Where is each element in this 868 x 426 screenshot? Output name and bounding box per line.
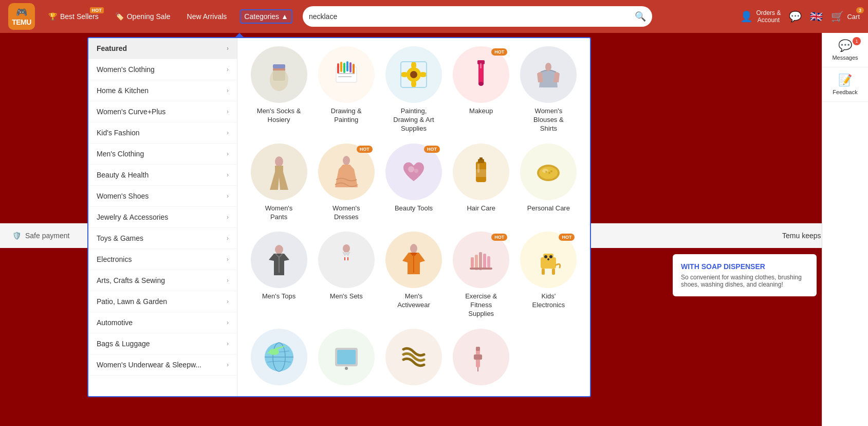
chevron-icon: ›	[227, 277, 229, 284]
svg-point-39	[548, 172, 550, 174]
search-bar: 🔍	[303, 6, 652, 27]
svg-rect-69	[474, 354, 482, 360]
search-input[interactable]	[309, 12, 635, 21]
product-label: Hair Care	[467, 204, 495, 213]
messages-sidebar-item[interactable]: 💬 1 Messages	[822, 33, 868, 67]
product-item-men-sets[interactable]: Men's Sets	[315, 232, 377, 318]
search-button[interactable]: 🔍	[635, 11, 646, 22]
svg-rect-50	[479, 252, 482, 270]
product-image-wrapper: HOT	[520, 232, 577, 288]
product-image-wrapper	[385, 232, 442, 288]
opening-sale-nav[interactable]: 🏷️ Opening Sale	[112, 10, 174, 23]
beauty-tools-icon	[393, 151, 434, 192]
product-circle	[318, 232, 375, 288]
cart-nav[interactable]: 🛒 3 Cart	[831, 10, 860, 23]
svg-point-67	[345, 367, 348, 370]
messages-count-badge: 1	[853, 37, 861, 45]
product-item-makeup[interactable]: HOT Makeup	[450, 46, 512, 133]
product-item-bottom4[interactable]	[450, 329, 512, 389]
sidebar-item-electronics[interactable]: Electronics ›	[88, 249, 237, 270]
sidebar-item-mens-clothing[interactable]: Men's Clothing ›	[88, 144, 237, 165]
cart-count-badge: 3	[856, 7, 864, 13]
activewear-icon	[393, 239, 434, 280]
hot-product-badge: HOT	[491, 48, 507, 56]
orders-account-nav[interactable]: 👤 Orders &Account	[740, 9, 781, 24]
bottom3-icon	[393, 336, 434, 378]
product-circle	[318, 46, 375, 103]
sidebar-item-home-kitchen[interactable]: Home & Kitchen ›	[88, 80, 237, 101]
sidebar-item-patio[interactable]: Patio, Lawn & Garden ›	[88, 291, 237, 312]
product-image-wrapper: HOT	[453, 46, 509, 103]
chevron-icon: ›	[227, 214, 229, 221]
sidebar-item-womens-shoes[interactable]: Women's Shoes ›	[88, 186, 237, 207]
product-item-kids-electronics[interactable]: HOT Kids'Electronics	[518, 232, 580, 318]
svg-point-40	[550, 170, 552, 172]
bottom1-icon	[258, 336, 300, 378]
chevron-icon: ›	[227, 340, 229, 347]
product-circle	[385, 232, 442, 288]
feedback-sidebar-item[interactable]: 📝 Feedback	[822, 67, 868, 102]
product-item-bottom1[interactable]	[248, 329, 310, 389]
sidebar-item-beauty-health[interactable]: Beauty & Health ›	[88, 165, 237, 186]
product-label: Beauty Tools	[395, 204, 433, 213]
product-label: Men's Tops	[262, 292, 296, 301]
hot-product-badge: HOT	[559, 234, 575, 241]
messages-nav[interactable]: 💬	[789, 10, 802, 23]
categories-nav[interactable]: Categories ▲	[240, 9, 292, 24]
sidebar-item-toys-games[interactable]: Toys & Games ›	[88, 228, 237, 249]
product-item-socks[interactable]: Men's Socks &Hosiery	[248, 46, 310, 133]
product-label: Men's Sets	[330, 292, 363, 301]
sidebar-item-jewelry[interactable]: Jewelry & Accessories ›	[88, 207, 237, 228]
sidebar-item-underwear[interactable]: Women's Underwear & Sleepw... ›	[88, 354, 237, 376]
svg-point-41	[275, 245, 283, 254]
sidebar-item-kids-fashion[interactable]: Kid's Fashion ›	[88, 122, 237, 144]
product-item-dresses[interactable]: HOT Women'sDresses	[315, 144, 377, 222]
svg-point-29	[414, 169, 418, 173]
product-item-blouses[interactable]: Women'sBlouses &Shirts	[518, 46, 580, 133]
sidebar-item-womens-clothing[interactable]: Women's Clothing ›	[88, 59, 237, 80]
svg-point-17	[400, 72, 409, 77]
chevron-icon: ›	[227, 45, 229, 52]
chevron-icon: ›	[227, 66, 229, 73]
product-label: Women'sBlouses &Shirts	[533, 107, 564, 133]
logo[interactable]: 🎮 TEMU	[8, 3, 35, 30]
sidebar-item-automotive[interactable]: Automotive ›	[88, 312, 237, 333]
chevron-icon: ›	[227, 87, 229, 94]
product-item-art-supplies[interactable]: Painting,Drawing & ArtSupplies	[382, 46, 445, 133]
svg-rect-3	[273, 68, 285, 70]
language-nav[interactable]: 🇬🇧	[810, 10, 823, 23]
product-item-bottom3[interactable]	[382, 329, 445, 389]
product-item-men-tops[interactable]: Men's Tops	[248, 232, 310, 318]
product-item-beauty-tools[interactable]: HOT Beauty Tools	[382, 144, 445, 222]
product-item-pants[interactable]: Women'sPants	[248, 144, 310, 222]
product-item-activewear[interactable]: Men'sActivewear	[382, 232, 445, 318]
socks-icon	[258, 54, 300, 95]
new-arrivals-nav[interactable]: New Arrivals	[184, 10, 230, 23]
makeup-icon	[460, 54, 502, 95]
sidebar-item-arts-crafts[interactable]: Arts, Crafts & Sewing ›	[88, 270, 237, 291]
svg-point-15	[411, 61, 416, 69]
product-item-hair-care[interactable]: Hair Care	[450, 144, 512, 222]
svg-rect-66	[337, 350, 356, 364]
product-image-wrapper	[520, 46, 577, 103]
pants-icon	[258, 151, 300, 192]
product-item-bottom2[interactable]	[315, 329, 377, 389]
chevron-icon: ›	[227, 319, 229, 326]
product-circle	[453, 144, 509, 200]
product-item-exercise[interactable]: HOT Exercise &FitnessSupplies	[450, 232, 512, 318]
sidebar-item-bags[interactable]: Bags & Luggage ›	[88, 333, 237, 354]
product-item-personal-care[interactable]: Personal Care	[518, 144, 580, 222]
featured-content-area: Men's Socks &Hosiery	[237, 38, 590, 396]
product-item-drawing[interactable]: Drawing &Painting	[315, 46, 377, 133]
chevron-icon: ›	[227, 192, 229, 200]
chevron-icon: ›	[227, 150, 229, 157]
sidebar-item-featured[interactable]: Featured ›	[88, 38, 237, 59]
svg-rect-48	[471, 257, 474, 268]
product-image-wrapper: HOT	[318, 144, 375, 200]
svg-rect-8	[346, 61, 348, 72]
product-label: Makeup	[469, 107, 493, 116]
product-circle	[385, 329, 442, 385]
chevron-icon: ›	[227, 361, 229, 368]
sidebar-item-curve-plus[interactable]: Women's Curve+Plus ›	[88, 101, 237, 122]
hot-product-badge: HOT	[491, 234, 507, 241]
